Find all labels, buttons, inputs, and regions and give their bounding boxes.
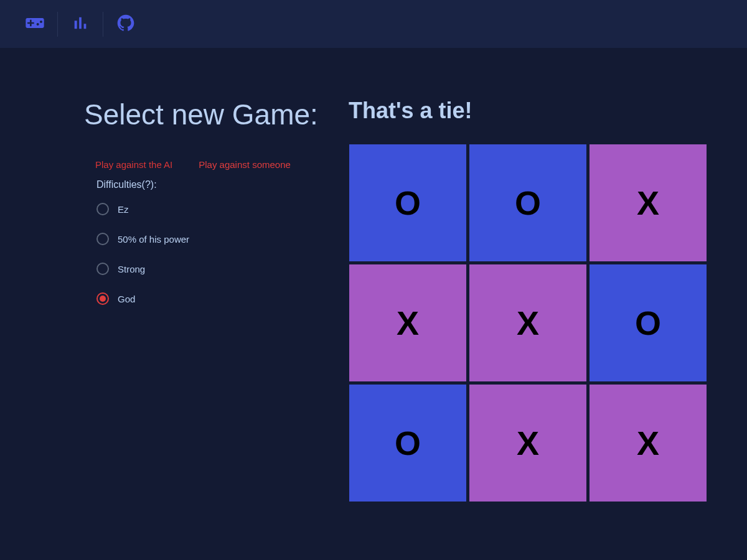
nav-games[interactable]	[12, 12, 58, 37]
cell-0-2[interactable]: X	[589, 144, 707, 262]
bar-chart-icon	[70, 13, 90, 35]
cell-2-0[interactable]: O	[349, 384, 467, 502]
main-content: Select new Game: Play against the AI Pla…	[0, 48, 747, 527]
cell-1-0[interactable]: X	[349, 264, 467, 382]
radio-item-50percent[interactable]: 50% of his power	[96, 233, 333, 245]
header	[0, 0, 747, 48]
radio-item-strong[interactable]: Strong	[96, 263, 333, 275]
page-title: Select new Game:	[84, 98, 333, 131]
mode-link-someone[interactable]: Play against someone	[199, 159, 291, 170]
radio-label: Strong	[118, 264, 145, 274]
mode-link-ai[interactable]: Play against the AI	[95, 159, 172, 170]
gamepad-icon	[25, 13, 45, 35]
radio-label: 50% of his power	[118, 234, 189, 245]
cell-2-1[interactable]: X	[469, 384, 587, 502]
radio-circle	[96, 292, 109, 305]
left-panel: Select new Game: Play against the AI Pla…	[84, 98, 333, 502]
radio-label: God	[118, 294, 135, 304]
radio-item-god[interactable]: God	[96, 292, 333, 305]
radio-item-ez[interactable]: Ez	[96, 203, 333, 215]
game-board: O O X X X O O X X	[349, 144, 710, 502]
radio-group: Ez 50% of his power Strong God	[84, 203, 333, 305]
cell-1-1[interactable]: X	[469, 264, 587, 382]
radio-circle	[96, 203, 109, 215]
cell-2-2[interactable]: X	[589, 384, 707, 502]
cell-0-0[interactable]: O	[349, 144, 467, 262]
github-icon	[116, 13, 136, 35]
difficulties-label: Difficulties(?):	[84, 179, 333, 190]
nav-github[interactable]	[103, 12, 148, 37]
radio-circle	[96, 233, 109, 245]
radio-circle	[96, 263, 109, 275]
nav-stats[interactable]	[58, 12, 103, 37]
cell-0-1[interactable]: O	[469, 144, 587, 262]
right-panel: That's a tie! O O X X X O O X X	[349, 98, 710, 502]
radio-label: Ez	[118, 204, 129, 215]
mode-links: Play against the AI Play against someone	[84, 159, 333, 170]
game-status: That's a tie!	[349, 98, 710, 124]
cell-1-2[interactable]: O	[589, 264, 707, 382]
